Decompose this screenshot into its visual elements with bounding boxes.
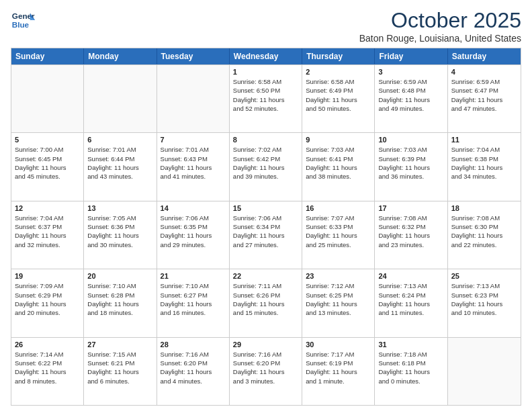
day-of-week-wednesday: Wednesday: [230, 48, 302, 64]
empty-cell: [11, 65, 84, 132]
day-info-19: Sunrise: 7:09 AM Sunset: 6:29 PM Dayligh…: [15, 281, 80, 317]
day-cell-25: 25Sunrise: 7:13 AM Sunset: 6:23 PM Dayli…: [448, 269, 521, 336]
day-number-29: 29: [233, 340, 298, 349]
svg-text:Blue: Blue: [12, 20, 30, 29]
day-number-31: 31: [378, 340, 443, 349]
day-cell-17: 17Sunrise: 7:08 AM Sunset: 6:32 PM Dayli…: [375, 201, 447, 269]
day-number-4: 4: [451, 68, 517, 76]
calendar-row-2: 12Sunrise: 7:04 AM Sunset: 6:37 PM Dayli…: [11, 201, 521, 269]
day-info-9: Sunrise: 7:03 AM Sunset: 6:41 PM Dayligh…: [306, 145, 371, 181]
day-cell-20: 20Sunrise: 7:10 AM Sunset: 6:28 PM Dayli…: [84, 269, 157, 336]
day-info-10: Sunrise: 7:03 AM Sunset: 6:39 PM Dayligh…: [378, 145, 443, 181]
day-number-15: 15: [233, 204, 298, 212]
day-cell-21: 21Sunrise: 7:10 AM Sunset: 6:27 PM Dayli…: [157, 269, 230, 336]
day-info-8: Sunrise: 7:02 AM Sunset: 6:42 PM Dayligh…: [233, 145, 298, 181]
day-info-13: Sunrise: 7:05 AM Sunset: 6:36 PM Dayligh…: [87, 214, 152, 249]
day-cell-23: 23Sunrise: 7:12 AM Sunset: 6:25 PM Dayli…: [302, 269, 375, 336]
day-cell-16: 16Sunrise: 7:07 AM Sunset: 6:33 PM Dayli…: [302, 201, 375, 269]
day-info-27: Sunrise: 7:15 AM Sunset: 6:21 PM Dayligh…: [87, 350, 152, 385]
calendar-row-1: 5Sunrise: 7:00 AM Sunset: 6:45 PM Daylig…: [11, 132, 521, 200]
day-number-2: 2: [306, 68, 371, 76]
day-number-13: 13: [87, 204, 152, 212]
logo-icon: General Blue: [11, 8, 35, 32]
day-number-11: 11: [451, 136, 517, 144]
day-info-7: Sunrise: 7:01 AM Sunset: 6:43 PM Dayligh…: [161, 145, 226, 181]
day-info-31: Sunrise: 7:18 AM Sunset: 6:18 PM Dayligh…: [378, 350, 443, 385]
day-number-1: 1: [233, 68, 298, 76]
day-number-28: 28: [161, 340, 226, 349]
day-info-18: Sunrise: 7:08 AM Sunset: 6:30 PM Dayligh…: [451, 214, 517, 249]
day-number-12: 12: [15, 204, 80, 212]
day-info-21: Sunrise: 7:10 AM Sunset: 6:27 PM Dayligh…: [161, 281, 226, 317]
day-number-3: 3: [378, 68, 443, 76]
day-cell-12: 12Sunrise: 7:04 AM Sunset: 6:37 PM Dayli…: [11, 201, 84, 269]
day-info-4: Sunrise: 6:59 AM Sunset: 6:47 PM Dayligh…: [451, 77, 517, 113]
day-cell-27: 27Sunrise: 7:15 AM Sunset: 6:21 PM Dayli…: [84, 338, 157, 405]
day-info-22: Sunrise: 7:11 AM Sunset: 6:26 PM Dayligh…: [233, 281, 298, 317]
day-of-week-thursday: Thursday: [302, 48, 375, 64]
day-info-29: Sunrise: 7:16 AM Sunset: 6:20 PM Dayligh…: [233, 350, 298, 385]
day-info-14: Sunrise: 7:06 AM Sunset: 6:35 PM Dayligh…: [161, 214, 226, 249]
day-number-10: 10: [378, 136, 443, 144]
location: Baton Rouge, Louisiana, United States: [359, 33, 521, 44]
day-number-25: 25: [451, 272, 517, 280]
day-of-week-sunday: Sunday: [11, 48, 84, 64]
day-number-8: 8: [233, 136, 298, 144]
calendar-header: SundayMondayTuesdayWednesdayThursdayFrid…: [11, 48, 521, 64]
day-info-1: Sunrise: 6:58 AM Sunset: 6:50 PM Dayligh…: [233, 77, 298, 113]
day-of-week-friday: Friday: [375, 48, 447, 64]
day-info-26: Sunrise: 7:14 AM Sunset: 6:22 PM Dayligh…: [15, 350, 80, 385]
day-info-16: Sunrise: 7:07 AM Sunset: 6:33 PM Dayligh…: [306, 214, 371, 249]
day-number-7: 7: [161, 136, 226, 144]
day-number-27: 27: [87, 340, 152, 349]
day-info-28: Sunrise: 7:16 AM Sunset: 6:20 PM Dayligh…: [161, 350, 226, 385]
empty-cell: [448, 338, 521, 405]
day-number-9: 9: [306, 136, 371, 144]
day-cell-2: 2Sunrise: 6:58 AM Sunset: 6:49 PM Daylig…: [302, 65, 375, 132]
day-cell-28: 28Sunrise: 7:16 AM Sunset: 6:20 PM Dayli…: [157, 338, 230, 405]
day-cell-29: 29Sunrise: 7:16 AM Sunset: 6:20 PM Dayli…: [230, 338, 302, 405]
day-number-30: 30: [306, 340, 371, 349]
day-info-6: Sunrise: 7:01 AM Sunset: 6:44 PM Dayligh…: [87, 145, 152, 181]
day-info-5: Sunrise: 7:00 AM Sunset: 6:45 PM Dayligh…: [15, 145, 80, 181]
calendar-body: 1Sunrise: 6:58 AM Sunset: 6:50 PM Daylig…: [11, 64, 521, 405]
day-cell-11: 11Sunrise: 7:04 AM Sunset: 6:38 PM Dayli…: [448, 133, 521, 200]
day-cell-18: 18Sunrise: 7:08 AM Sunset: 6:30 PM Dayli…: [448, 201, 521, 269]
day-cell-9: 9Sunrise: 7:03 AM Sunset: 6:41 PM Daylig…: [302, 133, 375, 200]
calendar-row-0: 1Sunrise: 6:58 AM Sunset: 6:50 PM Daylig…: [11, 64, 521, 132]
empty-cell: [84, 65, 157, 132]
day-cell-24: 24Sunrise: 7:13 AM Sunset: 6:24 PM Dayli…: [375, 269, 447, 336]
day-number-14: 14: [161, 204, 226, 212]
day-number-18: 18: [451, 204, 517, 212]
day-cell-19: 19Sunrise: 7:09 AM Sunset: 6:29 PM Dayli…: [11, 269, 84, 336]
calendar: SundayMondayTuesdayWednesdayThursdayFrid…: [11, 48, 521, 406]
day-cell-30: 30Sunrise: 7:17 AM Sunset: 6:19 PM Dayli…: [302, 338, 375, 405]
logo: General Blue: [11, 8, 38, 32]
day-of-week-tuesday: Tuesday: [157, 48, 230, 64]
day-info-23: Sunrise: 7:12 AM Sunset: 6:25 PM Dayligh…: [306, 281, 371, 317]
day-cell-31: 31Sunrise: 7:18 AM Sunset: 6:18 PM Dayli…: [375, 338, 447, 405]
day-number-26: 26: [15, 340, 80, 349]
day-number-19: 19: [15, 272, 80, 280]
day-number-24: 24: [378, 272, 443, 280]
title-area: October 2025 Baton Rouge, Louisiana, Uni…: [359, 8, 521, 44]
day-info-17: Sunrise: 7:08 AM Sunset: 6:32 PM Dayligh…: [378, 214, 443, 249]
day-number-20: 20: [87, 272, 152, 280]
day-info-3: Sunrise: 6:59 AM Sunset: 6:48 PM Dayligh…: [378, 77, 443, 113]
header: General Blue October 2025 Baton Rouge, L…: [11, 8, 521, 44]
day-cell-22: 22Sunrise: 7:11 AM Sunset: 6:26 PM Dayli…: [230, 269, 302, 336]
day-cell-10: 10Sunrise: 7:03 AM Sunset: 6:39 PM Dayli…: [375, 133, 447, 200]
day-cell-1: 1Sunrise: 6:58 AM Sunset: 6:50 PM Daylig…: [230, 65, 302, 132]
day-info-2: Sunrise: 6:58 AM Sunset: 6:49 PM Dayligh…: [306, 77, 371, 113]
day-cell-6: 6Sunrise: 7:01 AM Sunset: 6:44 PM Daylig…: [84, 133, 157, 200]
calendar-row-4: 26Sunrise: 7:14 AM Sunset: 6:22 PM Dayli…: [11, 337, 521, 405]
day-info-25: Sunrise: 7:13 AM Sunset: 6:23 PM Dayligh…: [451, 281, 517, 317]
day-cell-13: 13Sunrise: 7:05 AM Sunset: 6:36 PM Dayli…: [84, 201, 157, 269]
day-cell-4: 4Sunrise: 6:59 AM Sunset: 6:47 PM Daylig…: [448, 65, 521, 132]
day-of-week-saturday: Saturday: [448, 48, 521, 64]
day-info-24: Sunrise: 7:13 AM Sunset: 6:24 PM Dayligh…: [378, 281, 443, 317]
day-of-week-monday: Monday: [84, 48, 157, 64]
day-cell-26: 26Sunrise: 7:14 AM Sunset: 6:22 PM Dayli…: [11, 338, 84, 405]
day-number-21: 21: [161, 272, 226, 280]
day-info-15: Sunrise: 7:06 AM Sunset: 6:34 PM Dayligh…: [233, 214, 298, 249]
